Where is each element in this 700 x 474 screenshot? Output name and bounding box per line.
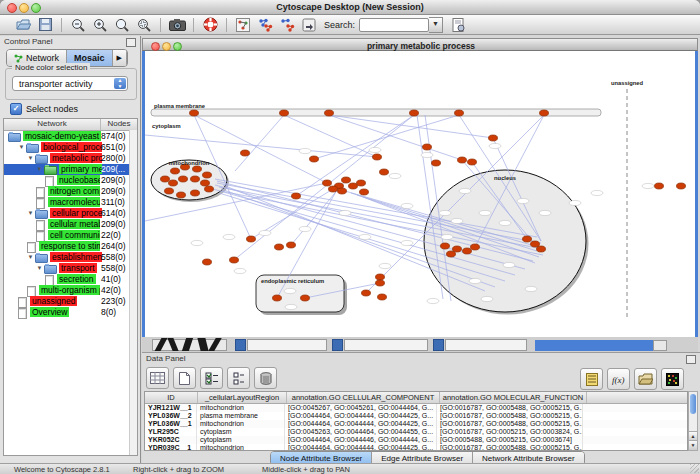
table-scrollbar-thumb[interactable] — [690, 394, 696, 414]
plasma-membrane-region — [151, 109, 601, 116]
tree-row-biological-process[interactable]: ▼biological_process651(0) — [4, 142, 137, 153]
tree-row-cell-communicat[interactable]: cell communicat22(0) — [4, 230, 137, 241]
float-panel-icon[interactable] — [126, 38, 136, 47]
zoom-selected-icon[interactable] — [135, 16, 153, 34]
new-attribute-icon[interactable] — [173, 367, 196, 389]
table-row[interactable]: YJR121W__1mitochondrion[GO:0045267, GO:0… — [145, 404, 687, 412]
table-row[interactable]: YKR052Ccytoplasm[GO:0044464, GO:0044446,… — [145, 436, 687, 444]
graph-node — [287, 242, 296, 248]
attribute-table: ID _cellularLayoutRegion annotation.GO C… — [144, 391, 688, 451]
help-ring-icon[interactable] — [201, 16, 219, 34]
attribute-list-icon[interactable] — [580, 368, 603, 390]
node-label — [591, 190, 603, 195]
float-data-panel-icon[interactable] — [686, 355, 696, 364]
table-cell: [GO:0005488, GO:0005215, GO:0003674] — [437, 436, 583, 444]
tree-row-label: Overview — [30, 307, 69, 317]
tree-row-metabolic-process[interactable]: ▼metabolic process280(0) — [4, 153, 137, 164]
tree-row-label: cellular metabo — [48, 219, 100, 229]
tree-row-transport[interactable]: ▼transport558(0) — [4, 263, 137, 274]
col-id[interactable]: ID — [145, 392, 198, 403]
edge — [284, 115, 377, 157]
select-nodes-checkbox[interactable]: ✓ — [10, 103, 22, 115]
tab-overflow-icon[interactable]: ▶ — [113, 50, 127, 66]
tree-row-secretion[interactable]: secretion41(0) — [4, 274, 137, 285]
expand-arrow-icon[interactable]: ▼ — [35, 263, 44, 274]
tree-row-mosaic-demo-yeast[interactable]: mosaic-demo-yeast874(0) — [4, 131, 137, 142]
zoom-out-icon[interactable] — [69, 16, 87, 34]
expand-arrow-icon[interactable]: ▼ — [26, 208, 35, 219]
tree-row-nitrogen-compo[interactable]: nitrogen compo209(0) — [4, 186, 137, 197]
unselect-attributes-icon[interactable] — [227, 367, 250, 389]
table-row[interactable]: YDR039C__1mitochondrion[GO:0044464, GO:0… — [145, 444, 687, 451]
network-overlay2-icon[interactable] — [278, 16, 296, 34]
search-dropdown-icon[interactable]: ▼ — [429, 17, 443, 33]
occluded-window-thumb[interactable] — [344, 339, 428, 351]
graph-node — [376, 274, 385, 280]
search-config-icon[interactable] — [449, 16, 467, 34]
tree-col-nodes[interactable]: Nodes — [101, 119, 137, 130]
tree-scrollbar[interactable] — [129, 130, 137, 455]
table-cell: YPL036W__1 — [145, 420, 197, 428]
tree-row-cellular-process[interactable]: ▼cellular process614(0) — [4, 208, 137, 219]
table-row[interactable]: YPL036W__1mitochondrion[GO:0044464, GO:0… — [145, 420, 687, 428]
network-tree-frame: Network Nodes mosaic-demo-yeast874(0)▼bi… — [3, 118, 138, 456]
delete-attribute-icon[interactable] — [254, 367, 277, 389]
node-color-select[interactable]: transporter activity ▲▼ — [12, 76, 128, 91]
table-mode-icon[interactable] — [146, 367, 169, 389]
col-molecular-function[interactable]: annotation.GO MOLECULAR_FUNCTION — [440, 392, 587, 403]
zoom-in-icon[interactable] — [91, 16, 109, 34]
occluded-view-icon[interactable] — [332, 339, 343, 351]
zoom-fit-icon[interactable] — [113, 16, 131, 34]
network-view-titlebar[interactable]: primary metabolic process — [142, 38, 698, 51]
occluded-view-icon[interactable] — [235, 339, 246, 351]
tree-row-establishment-of-lo[interactable]: ▼establishment of lo558(0) — [4, 252, 137, 263]
node-label — [401, 203, 413, 208]
table-scrollbar[interactable]: ▲ ▼ — [688, 391, 698, 451]
table-row[interactable]: YLR295Ccytoplasm[GO:0045263, GO:0044464,… — [145, 428, 687, 436]
tree-row-unassigned[interactable]: unassigned223(0) — [4, 296, 137, 307]
import-attributes-icon[interactable] — [634, 368, 657, 390]
tree-row-multi-organism-pro[interactable]: multi-organism pro42(0) — [4, 285, 137, 296]
graph-node — [378, 294, 387, 300]
snapshot-icon[interactable] — [168, 16, 186, 34]
graph-node — [190, 110, 199, 116]
scroll-down-icon[interactable]: ▼ — [689, 440, 697, 450]
view-resize-grip[interactable] — [653, 340, 667, 351]
graph-node — [468, 159, 477, 165]
network-grid-icon[interactable] — [234, 16, 252, 34]
tree-row-nucleobase-[interactable]: nucleobase-209(0) — [4, 175, 137, 186]
graph-node — [179, 176, 188, 182]
network-canvas[interactable]: plasma membranecytoplasmmitochondrionnuc… — [142, 51, 698, 337]
expand-arrow-icon[interactable]: ▼ — [26, 252, 35, 263]
node-label — [569, 200, 581, 205]
search-input[interactable] — [359, 18, 429, 32]
tree-col-network[interactable]: Network — [4, 119, 101, 130]
col-cellular-component[interactable]: annotation.GO CELLULAR_COMPONENT — [287, 392, 440, 403]
open-icon[interactable] — [14, 16, 32, 34]
tree-row-response-to-stimul[interactable]: response to stimul264(0) — [4, 241, 137, 252]
network-graph[interactable]: plasma membranecytoplasmmitochondrionnuc… — [145, 51, 695, 337]
node-label — [369, 147, 381, 152]
col-region[interactable]: _cellularLayoutRegion — [198, 392, 287, 403]
tree-row-cellular-metabo[interactable]: cellular metabo209(0) — [4, 219, 137, 230]
occluded-window-thumb[interactable] — [247, 339, 327, 351]
graph-node — [432, 160, 441, 166]
save-icon[interactable] — [36, 16, 54, 34]
window-resize-grip[interactable] — [690, 464, 699, 473]
table-cell: YLR295C — [145, 428, 197, 436]
tree-row-macromolecule[interactable]: macromolecule311(0) — [4, 197, 137, 208]
node-label — [489, 143, 501, 148]
table-row[interactable]: YPL036W__2plasma membrane[GO:0044464, GO… — [145, 412, 687, 420]
expand-arrow-icon[interactable]: ▼ — [35, 164, 44, 175]
select-attributes-icon[interactable] — [200, 367, 223, 389]
tree-row-overview[interactable]: Overview8(0) — [4, 307, 137, 318]
network-overlay-icon[interactable] — [256, 16, 274, 34]
expand-arrow-icon[interactable]: ▼ — [26, 153, 35, 164]
annotation-icon[interactable] — [300, 16, 318, 34]
matrix-icon[interactable] — [661, 368, 684, 390]
function-builder-icon[interactable]: f(x) — [607, 368, 630, 390]
occluded-view-icon[interactable] — [433, 339, 444, 351]
occluded-window-thumb[interactable] — [445, 339, 527, 351]
expand-arrow-icon[interactable]: ▼ — [17, 142, 26, 153]
tree-row-primary-metabo[interactable]: ▼primary metabo209(... — [4, 164, 137, 175]
